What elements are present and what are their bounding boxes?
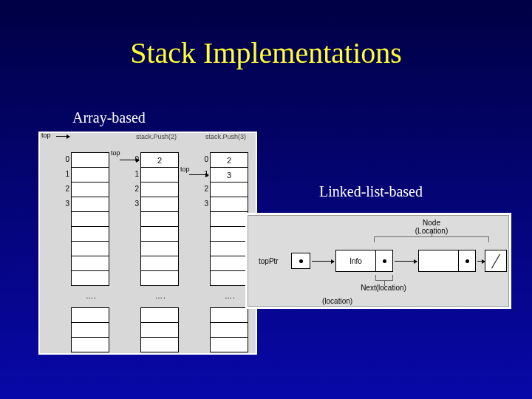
array-tail-cells xyxy=(71,307,109,352)
node-next-field xyxy=(459,250,475,271)
array-cell xyxy=(140,242,179,256)
linked-list-diagram: Node (Location) topPtr Info Next(locatio… xyxy=(245,213,511,309)
array-cell xyxy=(71,338,109,352)
array-cell xyxy=(140,212,179,227)
array-cell xyxy=(71,212,109,227)
array-index: 2 xyxy=(132,185,139,193)
slide-title: Stack Implementations xyxy=(0,0,532,70)
array-cell xyxy=(140,271,179,286)
bracket-icon xyxy=(374,236,489,242)
node-next-field xyxy=(376,250,392,271)
array-column-0: top 0 1 2 3 …. xyxy=(46,133,112,353)
pointer-arrow-icon xyxy=(477,261,485,262)
array-cell xyxy=(71,323,109,338)
next-caption: Next(location) xyxy=(343,284,424,292)
pointer-arrow-icon xyxy=(312,261,334,262)
array-index: 3 xyxy=(201,200,208,208)
array-cell xyxy=(210,212,248,227)
array-index: 3 xyxy=(132,200,139,208)
array-cell: 2 xyxy=(140,153,179,168)
array-cell xyxy=(140,183,179,197)
top-pointer-label: top xyxy=(180,166,190,173)
top-pointer-arrow-icon xyxy=(56,136,69,137)
array-cell xyxy=(140,227,179,242)
array-cell xyxy=(140,308,179,323)
array-cells xyxy=(71,152,109,286)
array-column-1: stack.Push(2) top 0 1 2 3 2 …. xyxy=(115,133,182,353)
array-cell xyxy=(71,242,109,256)
array-cell xyxy=(140,323,179,338)
array-col2-header: stack.Push(3) xyxy=(205,133,246,140)
array-cells: 2 3 xyxy=(210,152,248,286)
array-cell xyxy=(210,227,248,242)
array-index: 0 xyxy=(201,155,208,163)
topptr-box xyxy=(291,253,310,269)
array-cell: 3 xyxy=(210,168,248,183)
topptr-label: topPtr xyxy=(259,257,279,265)
array-cell xyxy=(210,323,248,338)
array-cell xyxy=(71,168,109,183)
array-cell: 2 xyxy=(210,153,248,168)
list-node-null xyxy=(485,250,507,272)
ellipsis: …. xyxy=(86,292,97,300)
array-cell xyxy=(210,271,248,286)
array-cell xyxy=(140,197,179,212)
pointer-arrow-icon xyxy=(395,261,417,262)
array-cell xyxy=(71,197,109,212)
node-info-field: Info xyxy=(336,250,376,271)
array-cell xyxy=(140,338,179,352)
array-cell xyxy=(71,153,109,168)
array-cell xyxy=(71,271,109,286)
array-index: 2 xyxy=(62,185,69,193)
array-cell xyxy=(140,256,179,271)
array-column-2: stack.Push(3) top 0 1 2 3 2 3 …. xyxy=(185,133,251,353)
array-index: 1 xyxy=(132,170,139,178)
array-cell xyxy=(210,256,248,271)
array-index: 0 xyxy=(62,155,69,163)
list-node: Info xyxy=(335,250,393,272)
top-pointer-label: top xyxy=(41,132,51,139)
ellipsis: …. xyxy=(225,292,236,300)
ellipsis: …. xyxy=(155,292,166,300)
array-diagram: top 0 1 2 3 …. xyxy=(38,132,257,355)
array-col1-header: stack.Push(2) xyxy=(136,133,177,140)
node-info-field xyxy=(419,250,459,271)
list-node xyxy=(418,250,476,272)
array-section-label: Array-based xyxy=(72,109,146,126)
array-cell xyxy=(71,183,109,197)
array-cell xyxy=(210,338,248,352)
null-slash-icon xyxy=(488,253,504,269)
array-tail-cells xyxy=(210,307,248,352)
array-tail-cells xyxy=(140,307,179,352)
top-pointer-label: top xyxy=(111,149,120,157)
array-index: 0 xyxy=(132,155,139,163)
array-cell xyxy=(210,183,248,197)
pointer-dot-icon xyxy=(383,259,386,263)
array-cell xyxy=(71,256,109,271)
bracket-icon xyxy=(375,275,393,281)
array-index: 1 xyxy=(201,170,208,178)
array-cell xyxy=(210,242,248,256)
array-cells: 2 xyxy=(140,152,179,286)
array-index: 2 xyxy=(201,185,208,193)
pointer-dot-icon xyxy=(299,259,303,263)
array-cell xyxy=(210,197,248,212)
array-cell xyxy=(71,308,109,323)
array-cell xyxy=(71,227,109,242)
array-index: 1 xyxy=(62,170,69,178)
linked-section-label: Linked-list-based xyxy=(319,183,423,200)
array-cell xyxy=(210,308,248,323)
location-caption: (location) xyxy=(322,297,352,305)
array-cell xyxy=(140,168,179,183)
pointer-dot-icon xyxy=(466,259,469,263)
array-index: 3 xyxy=(62,200,69,208)
